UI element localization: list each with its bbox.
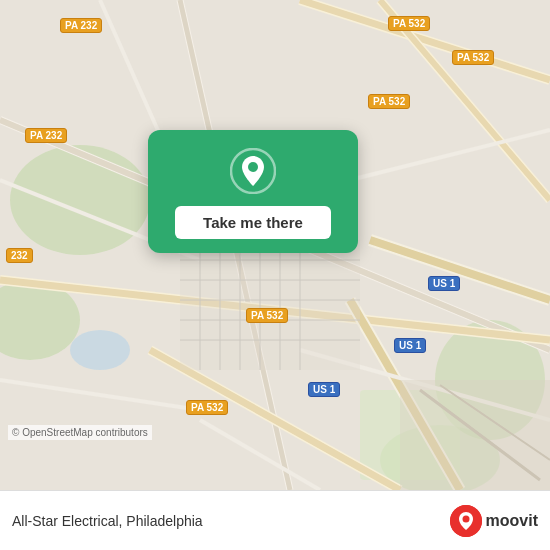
- road-label-pa532-mid: PA 532: [246, 308, 288, 323]
- svg-point-1: [10, 145, 150, 255]
- moovit-brand-name: moovit: [486, 512, 538, 530]
- road-label-pa532-1: PA 532: [388, 16, 430, 31]
- attribution-text: © OpenStreetMap contributors: [8, 425, 152, 440]
- road-label-pa532-bottom: PA 532: [186, 400, 228, 415]
- svg-rect-29: [400, 380, 550, 490]
- road-label-pa232-1: PA 232: [60, 18, 102, 33]
- take-me-there-button[interactable]: Take me there: [175, 206, 331, 239]
- location-info-text: All-Star Electrical, Philadelphia: [12, 513, 203, 529]
- location-pin-icon: [230, 148, 276, 194]
- road-label-us1-2: US 1: [394, 338, 426, 353]
- svg-point-47: [462, 515, 469, 522]
- road-label-pa532-3: PA 532: [368, 94, 410, 109]
- road-label-pa532-2: PA 532: [452, 50, 494, 65]
- road-label-pa232-2: PA 232: [25, 128, 67, 143]
- info-bar: All-Star Electrical, Philadelphia moovit: [0, 490, 550, 550]
- road-label-232: 232: [6, 248, 33, 263]
- moovit-logo: moovit: [450, 505, 538, 537]
- svg-point-6: [70, 330, 130, 370]
- popup-card: Take me there: [148, 130, 358, 253]
- moovit-logo-icon: [450, 505, 482, 537]
- svg-point-45: [248, 162, 258, 172]
- road-label-us1-1: US 1: [428, 276, 460, 291]
- road-label-us1-3: US 1: [308, 382, 340, 397]
- map-container: PA 232 PA 232 232 PA 532 PA 532 PA 532 P…: [0, 0, 550, 490]
